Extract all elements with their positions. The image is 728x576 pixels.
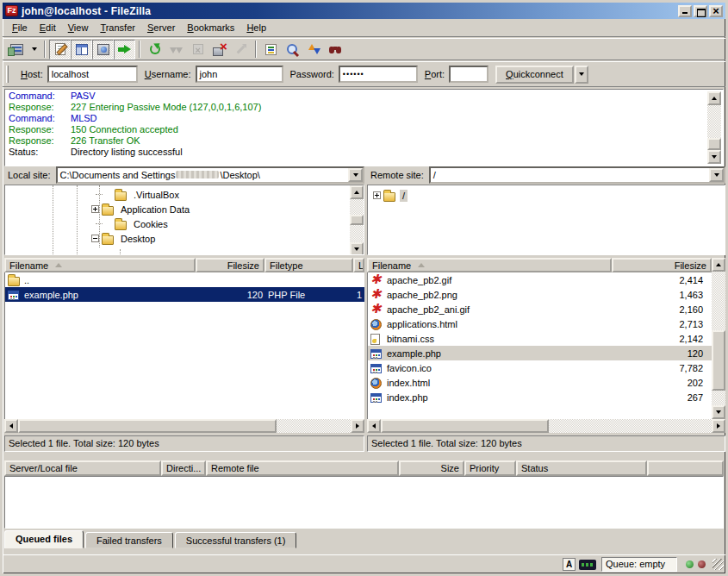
expand-plus-icon[interactable] [373, 191, 381, 199]
data-type-indicator[interactable]: A [563, 558, 576, 571]
column-header-priority[interactable]: Priority [464, 460, 516, 476]
local-tree-scrollbar[interactable] [350, 185, 364, 255]
column-header-filesize[interactable]: Filesize [612, 258, 712, 272]
tab-successful-transfers[interactable]: Successful transfers (1) [175, 532, 297, 548]
tree-item-cookies[interactable]: Cookies [96, 216, 171, 231]
quickconnect-dropdown-button[interactable] [575, 66, 588, 84]
menu-transfer[interactable]: Transfer [94, 21, 141, 34]
scrollbar-track[interactable] [18, 419, 351, 433]
scroll-left-button[interactable] [367, 419, 381, 433]
maximize-button[interactable] [694, 5, 707, 17]
scroll-up-button[interactable] [350, 185, 364, 199]
synchronized-browsing-button[interactable] [303, 40, 325, 59]
toggle-local-tree-button[interactable] [71, 40, 92, 59]
scrollbar-track[interactable] [712, 272, 725, 405]
collapse-minus-icon[interactable] [91, 235, 99, 242]
minimize-button[interactable] [678, 5, 692, 17]
local-horizontal-scrollbar[interactable] [4, 419, 364, 433]
find-files-button[interactable] [325, 40, 346, 59]
site-manager-button[interactable] [6, 40, 28, 59]
site-manager-dropdown-button[interactable] [28, 40, 40, 59]
local-path-dropdown-button[interactable] [348, 168, 363, 182]
scrollbar-track[interactable] [350, 199, 364, 242]
menu-view[interactable]: View [62, 21, 95, 34]
column-header-filetype[interactable]: Filetype [264, 258, 353, 272]
column-header-filesize[interactable]: Filesize [196, 258, 264, 272]
tab-failed-transfers[interactable]: Failed transfers [85, 532, 173, 548]
directory-listing-filters-button[interactable] [260, 40, 282, 59]
file-row[interactable]: apache_pb2_ani.gif 2,160 [368, 302, 712, 316]
expand-plus-icon[interactable] [91, 205, 99, 213]
file-row[interactable]: apache_pb2.png 1,463 [368, 287, 712, 302]
filesize: 2,160 [613, 304, 712, 315]
scrollbar-thumb[interactable] [18, 419, 277, 433]
host-input[interactable]: localhost [47, 66, 138, 83]
column-header-filename[interactable]: Filename [4, 258, 196, 272]
tree-item-virtualbox[interactable]: .VirtualBox [96, 187, 182, 202]
log-vertical-scrollbar[interactable] [707, 91, 721, 164]
file-row[interactable]: index.html 202 [368, 375, 712, 390]
disconnect-icon [213, 43, 227, 56]
scrollbar-thumb[interactable] [381, 419, 549, 433]
remote-path-combobox[interactable]: / [429, 166, 725, 184]
local-path-combobox[interactable]: C:\Documents and Settings\Desktop\ [56, 166, 364, 184]
file-row[interactable]: favicon.ico 7,782 [368, 360, 712, 375]
resize-grip[interactable] [712, 559, 724, 570]
scroll-left-button[interactable] [4, 419, 18, 433]
file-row-selected[interactable]: example.php 120 [368, 346, 712, 360]
menu-file[interactable]: File [6, 21, 34, 34]
scroll-down-button[interactable] [707, 150, 721, 164]
scroll-up-button[interactable] [707, 91, 721, 105]
password-input[interactable]: •••••• [339, 66, 418, 83]
scrollbar-thumb[interactable] [712, 330, 725, 391]
scroll-right-button[interactable] [351, 419, 364, 433]
scroll-down-button[interactable] [350, 242, 364, 255]
html-file-icon [370, 319, 382, 330]
menu-server[interactable]: Server [141, 21, 181, 34]
quickconnect-button[interactable]: Quickconnect [495, 66, 574, 84]
remote-path-dropdown-button[interactable] [709, 168, 724, 182]
toggle-message-log-button[interactable] [49, 40, 71, 59]
scrollbar-thumb[interactable] [707, 138, 721, 150]
directory-comparison-button[interactable] [282, 40, 303, 59]
remote-horizontal-scrollbar[interactable] [367, 419, 725, 433]
scroll-down-button[interactable] [712, 405, 725, 419]
password-label: Password: [290, 69, 334, 79]
refresh-button[interactable] [144, 40, 165, 59]
file-row[interactable]: apache_pb2.gif 2,414 [368, 272, 712, 287]
file-row[interactable]: applications.html 2,713 [368, 316, 712, 331]
close-button[interactable] [709, 5, 723, 17]
username-input[interactable]: john [196, 66, 283, 83]
tab-queued-files[interactable]: Queued files [4, 530, 84, 548]
menu-edit[interactable]: Edit [34, 21, 62, 34]
scrollbar-track[interactable] [707, 105, 721, 150]
toggle-transfer-queue-button[interactable] [114, 40, 135, 59]
file-row-parent-dir[interactable]: .. [5, 272, 364, 287]
tree-item-root[interactable]: / [373, 188, 408, 203]
menu-help[interactable]: Help [240, 21, 272, 34]
column-header-size[interactable]: Size [399, 460, 464, 476]
menu-bookmarks[interactable]: Bookmarks [181, 21, 240, 34]
column-header-direction[interactable]: Directi... [161, 460, 206, 476]
remote-list-vertical-scrollbar[interactable] [712, 258, 725, 419]
scroll-up-button[interactable] [712, 258, 725, 272]
scrollbar-track[interactable] [381, 419, 712, 433]
file-row[interactable]: index.php 267 [368, 390, 712, 404]
column-header-last-modified[interactable]: L [353, 258, 364, 272]
port-input[interactable] [449, 66, 488, 83]
scrollbar-thumb[interactable] [350, 215, 364, 225]
column-header-remote-file[interactable]: Remote file [206, 460, 399, 476]
speed-limit-indicator-icon[interactable] [579, 560, 596, 570]
tree-item-application-data[interactable]: Application Data [91, 202, 192, 216]
file-row-example-php[interactable]: example.php 120 PHP File 1 [5, 287, 364, 302]
column-header-filename[interactable]: Filename [367, 258, 612, 272]
disconnect-button[interactable] [208, 40, 230, 59]
tree-item-desktop[interactable]: Desktop [91, 231, 158, 246]
filesize: 267 [613, 392, 712, 403]
column-header-status[interactable]: Status [516, 460, 647, 476]
toggle-remote-tree-button[interactable] [92, 40, 114, 59]
scroll-right-button[interactable] [712, 419, 725, 433]
file-row[interactable]: bitnami.css 2,142 [368, 331, 712, 346]
column-header-server-local-file[interactable]: Server/Local file [4, 460, 161, 476]
transfer-queue-list[interactable] [4, 476, 724, 529]
